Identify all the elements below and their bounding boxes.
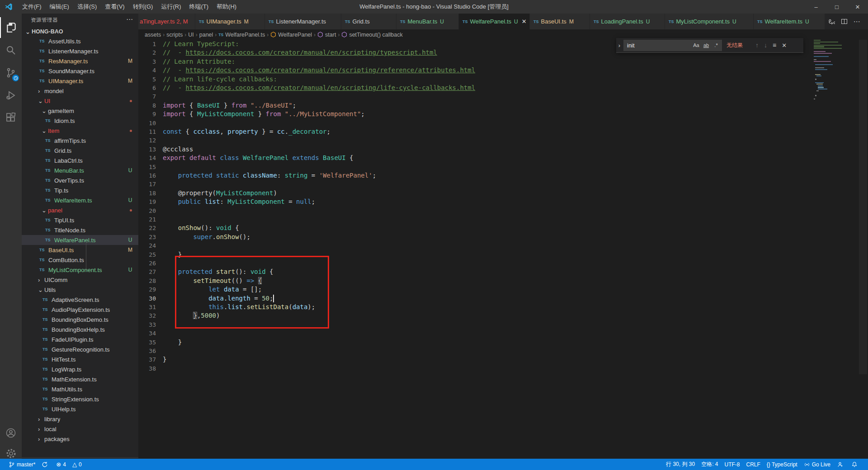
tree-item-MenuBar.ts[interactable]: TSMenuBar.tsU [22, 165, 138, 175]
open-changes-icon[interactable] [825, 14, 838, 29]
tab-LoadingPanel.ts[interactable]: TSLoadingPanel.tsU [590, 14, 665, 29]
tree-item-WelfarePanel.ts[interactable]: TSWelfarePanel.tsU [22, 235, 138, 245]
tree-item-HitTest.ts[interactable]: TSHitTest.ts [22, 354, 138, 364]
find-previous-icon[interactable]: ↑ [755, 42, 759, 49]
status-feedback[interactable] [834, 459, 848, 470]
menu-item[interactable]: 编辑(E) [46, 0, 73, 14]
tree-item-ResManager.ts[interactable]: TSResManager.tsM [22, 56, 138, 66]
code-editor[interactable]: 1// Learn TypeScript:2// - https://docs.… [138, 40, 868, 459]
breadcrumb-item-setTimeout() callback[interactable]: setTimeout() callback [341, 32, 402, 38]
tree-item-Idiom.ts[interactable]: TSIdiom.ts [22, 116, 138, 126]
tree-item-LogWrap.ts[interactable]: TSLogWrap.ts [22, 364, 138, 374]
tab-aTingLayer.ts2,M[interactable]: aTingLayer.ts 2, M [138, 14, 195, 29]
tree-item-MyListComponent.ts[interactable]: TSMyListComponent.tsU [22, 265, 138, 275]
breadcrumb-item-UI[interactable]: UI [188, 32, 194, 38]
more-actions-icon[interactable]: ⋯ [850, 14, 863, 29]
tree-item-BaseUI.ts[interactable]: TSBaseUI.tsM [22, 245, 138, 255]
maximize-button[interactable]: □ [826, 0, 847, 14]
tab-WelfareItem.ts[interactable]: TSWelfareItem.tsU [754, 14, 825, 29]
extensions-icon[interactable] [0, 108, 22, 128]
tab-ListenerManager.ts[interactable]: TSListenerManager.ts [265, 14, 341, 29]
tree-item-MathExtension.ts[interactable]: TSMathExtension.ts [22, 374, 138, 384]
tree-item-TitleNode.ts[interactable]: TSTitleNode.ts [22, 225, 138, 235]
status-git-branch[interactable]: master* [5, 459, 38, 470]
tree-item-mondel[interactable]: ›mondel [22, 86, 138, 96]
status-errors[interactable]: ⊗4 [53, 459, 69, 470]
tab-WelfarePanel.ts[interactable]: TSWelfarePanel.tsU✕ [459, 14, 530, 29]
toggle-replace-chevron-icon[interactable]: › [616, 42, 623, 49]
regex-icon[interactable]: .* [712, 42, 720, 48]
tree-item-Tip.ts[interactable]: TSTip.ts [22, 185, 138, 195]
tree-item-gameItem[interactable]: ⌄gameItem [22, 106, 138, 116]
menu-item[interactable]: 终端(T) [185, 0, 212, 14]
find-next-icon[interactable]: ↓ [764, 42, 767, 49]
tree-item-FadeUIPlugin.ts[interactable]: TSFadeUIPlugin.ts [22, 334, 138, 344]
tree-item-Item[interactable]: ⌄Item [22, 126, 138, 136]
tree-item-WelfareItem.ts[interactable]: TSWelfareItem.tsU [22, 195, 138, 205]
find-in-selection-icon[interactable]: ≡ [773, 42, 776, 49]
tree-item-AdaptiveScreen.ts[interactable]: TSAdaptiveScreen.ts [22, 295, 138, 305]
tree-item-UI[interactable]: ⌄UI [22, 96, 138, 106]
tree-item-LabaCtrl.ts[interactable]: TSLabaCtrl.ts [22, 155, 138, 165]
tree-item-Utils[interactable]: ⌄Utils [22, 285, 138, 295]
tree-item-local[interactable]: ›local [22, 424, 138, 434]
tree-item-OverTips.ts[interactable]: TSOverTips.ts [22, 175, 138, 185]
whole-word-icon[interactable]: ab [702, 42, 710, 48]
tab-UIManager.ts[interactable]: TSUIManager.tsM [195, 14, 265, 29]
tree-item-panel[interactable]: ⌄panel [22, 205, 138, 215]
tree-item-SoundManager.ts[interactable]: TSSoundManager.ts [22, 66, 138, 76]
tree-item-AudioPlayExtension.ts[interactable]: TSAudioPlayExtension.ts [22, 305, 138, 315]
run-debug-icon[interactable] [0, 85, 22, 106]
breadcrumb-item-assets[interactable]: assets [145, 32, 161, 38]
status-notifications[interactable] [848, 459, 863, 470]
tab-BaseUI.ts[interactable]: TSBaseUI.tsM [530, 14, 590, 29]
tree-item-ComButton.ts[interactable]: TSComButton.ts [22, 255, 138, 265]
tree-item-BoundingBoxDemo.ts[interactable]: TSBoundingBoxDemo.ts [22, 315, 138, 324]
menu-item[interactable]: 文件(F) [18, 0, 46, 14]
breadcrumb-item-WelfarePanel.ts[interactable]: TSWelfarePanel.ts [218, 32, 265, 38]
status-go-live[interactable]: Go Live [801, 459, 834, 470]
tree-item-AssetUtils.ts[interactable]: TSAssetUtils.ts [22, 36, 138, 46]
breadcrumb-item-start[interactable]: start [317, 32, 336, 38]
explorer-more-actions-icon[interactable]: ⋯ [126, 15, 133, 24]
match-case-icon[interactable]: Aa [692, 42, 700, 48]
tree-item-affirmTips.ts[interactable]: TSaffirmTips.ts [22, 136, 138, 146]
breadcrumb-item-scripts[interactable]: scripts [166, 32, 183, 38]
tree-item-packages[interactable]: ›packages [22, 434, 138, 444]
explorer-icon[interactable] [0, 17, 22, 38]
close-button[interactable]: ✕ [847, 0, 868, 14]
tree-item-BoundingBoxHelp.ts[interactable]: TSBoundingBoxHelp.ts [22, 324, 138, 334]
find-close-icon[interactable]: ✕ [782, 42, 787, 49]
breadcrumb-item-panel[interactable]: panel [199, 32, 213, 38]
tree-item-UIManager.ts[interactable]: TSUIManager.tsM [22, 76, 138, 86]
search-icon[interactable] [0, 40, 22, 61]
tree-item-TipUI.ts[interactable]: TSTipUI.ts [22, 215, 138, 225]
status-indentation[interactable]: 空格: 4 [698, 459, 721, 470]
breadcrumb-item-WelfarePanel[interactable]: WelfarePanel [270, 32, 312, 38]
menu-item[interactable]: 运行(R) [157, 0, 185, 14]
tree-item-UIHelp.ts[interactable]: TSUIHelp.ts [22, 404, 138, 414]
account-icon[interactable] [0, 423, 22, 443]
scrollbar[interactable] [859, 40, 867, 374]
status-cursor-position[interactable]: 行 30, 列 30 [663, 459, 698, 470]
minimap[interactable] [813, 40, 854, 157]
tab-Grid.ts[interactable]: TSGrid.ts [341, 14, 396, 29]
find-input[interactable]: init Aa ab .* [623, 40, 722, 51]
tree-item-ListenerManager.ts[interactable]: TSListenerManager.ts [22, 46, 138, 56]
split-editor-icon[interactable] [838, 14, 850, 29]
tab-MenuBar.ts[interactable]: TSMenuBar.tsU [396, 14, 459, 29]
menu-item[interactable]: 查看(V) [101, 0, 128, 14]
tree-root-hong-bao[interactable]: ⌄ HONG-BAO [22, 26, 138, 37]
tree-item-library[interactable]: ›library [22, 414, 138, 424]
menu-item[interactable]: 转到(G) [129, 0, 157, 14]
status-eol[interactable]: CRLF [743, 459, 763, 470]
status-warnings[interactable]: △0 [69, 459, 85, 470]
tree-item-GestureRecognition.ts[interactable]: TSGestureRecognition.ts [22, 344, 138, 354]
find-query[interactable]: init [627, 42, 690, 49]
status-encoding[interactable]: UTF-8 [721, 459, 743, 470]
close-icon[interactable]: ✕ [522, 18, 527, 25]
tree-item-MathUtils.ts[interactable]: TSMathUtils.ts [22, 384, 138, 394]
tree-item-Grid.ts[interactable]: TSGrid.ts [22, 146, 138, 155]
minimize-button[interactable]: – [806, 0, 826, 14]
status-sync[interactable] [38, 459, 53, 470]
